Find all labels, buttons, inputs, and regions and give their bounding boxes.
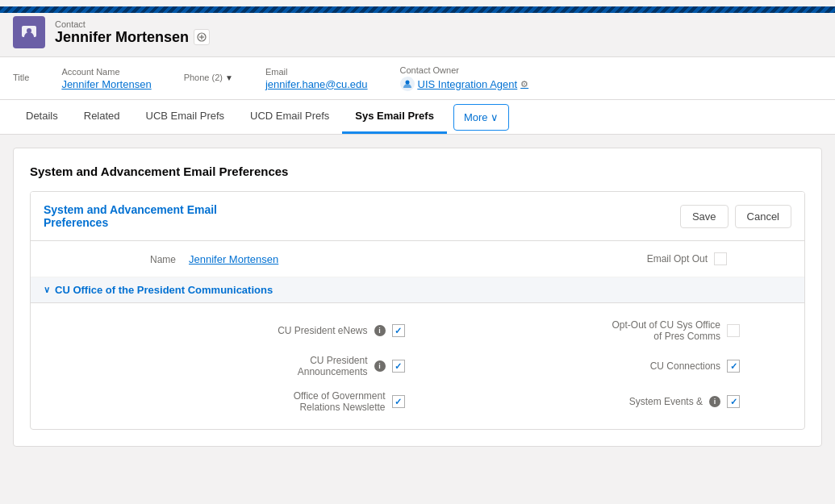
header-meta: Contact Jennifer Mortensen (55, 19, 210, 46)
field-item-right-1: Opt-Out of CU Sys Officeof Pres Comms (418, 319, 805, 342)
phone-field: Phone (2) ▼ (184, 73, 233, 84)
save-button[interactable]: Save (680, 205, 729, 228)
field-label-cu-president-enews: CU President eNews (278, 325, 367, 336)
name-row: Name Jennifer Mortensen Email Opt Out (31, 241, 804, 277)
fields-grid: CU President eNews i Opt-Out of CU Sys O… (31, 303, 804, 429)
field-item-right-2: CU Connections (418, 355, 805, 377)
checkbox-system-events[interactable] (727, 395, 740, 408)
collapse-label: CU Office of the President Communication… (55, 284, 273, 296)
account-field: Account Name Jennifer Mortensen (61, 67, 151, 90)
checkbox-cu-president-enews[interactable] (392, 324, 405, 337)
cancel-button[interactable]: Cancel (735, 205, 791, 228)
title-field: Title (13, 73, 29, 84)
email-opt-out-label: Email Opt Out (647, 253, 708, 264)
header-action-btn[interactable] (194, 29, 210, 45)
email-value[interactable]: jennifer.hane@cu.edu (265, 78, 368, 90)
checkbox-optout[interactable] (727, 324, 740, 337)
tab-related[interactable]: Related (71, 100, 133, 134)
field-item-left-1: CU President eNews i (31, 319, 418, 342)
checkbox-cu-president-ann[interactable] (392, 360, 405, 373)
owner-name[interactable]: UIS Integration Agent (418, 78, 518, 90)
email-field: Email jennifer.hane@cu.edu (265, 67, 368, 90)
owner-settings-icon: ⚙ (520, 79, 528, 90)
page-header: Contact Jennifer Mortensen (0, 6, 835, 57)
name-field-label: Name (150, 254, 176, 265)
svg-point-5 (405, 81, 409, 85)
inner-card: System and Advancement Email Preferences… (30, 191, 805, 430)
field-label-system-events: System Events & (629, 396, 703, 407)
title-label: Title (13, 73, 29, 82)
field-item-left-3: Office of GovernmentRelations Newslette (31, 390, 418, 413)
more-chevron-icon: ∨ (491, 111, 499, 123)
owner-field: Contact Owner UIS Integration Agent ⚙ (400, 65, 529, 91)
info-icon-ann[interactable]: i (374, 360, 386, 372)
owner-value-row: UIS Integration Agent ⚙ (400, 77, 529, 91)
contact-name: Jennifer Mortensen (55, 29, 189, 46)
tab-details[interactable]: Details (13, 100, 71, 134)
field-label-gov-relations: Office of GovernmentRelations Newslette (294, 390, 386, 413)
email-opt-out-checkbox[interactable] (714, 252, 727, 265)
account-label: Account Name (61, 67, 151, 77)
phone-dropdown-icon[interactable]: ▼ (225, 73, 233, 82)
owner-icon (400, 77, 415, 91)
tab-more-button[interactable]: More ∨ (453, 104, 509, 131)
checkbox-gov-relations[interactable] (392, 395, 405, 408)
owner-label: Contact Owner (400, 65, 529, 75)
info-icon-enews[interactable]: i (374, 325, 386, 336)
account-value[interactable]: Jennifer Mortensen (61, 78, 151, 90)
collapse-row[interactable]: ∨ CU Office of the President Communicati… (31, 277, 804, 303)
field-row-1: CU President eNews i Opt-Out of CU Sys O… (31, 313, 804, 348)
inner-card-header: System and Advancement Email Preferences… (31, 192, 804, 241)
name-field-value[interactable]: Jennifer Mortensen (189, 253, 278, 265)
email-label: Email (265, 67, 368, 77)
tabs-bar: Details Related UCB Email Prefs UCD Emai… (0, 100, 835, 135)
section-title: System and Advancement Email Preferences (30, 165, 805, 178)
inner-card-title: System and Advancement Email Preferences (44, 203, 253, 229)
field-label-cu-president-ann: CU PresidentAnnouncements (298, 355, 368, 377)
field-label-optout: Opt-Out of CU Sys Officeof Pres Comms (612, 319, 720, 342)
field-item-right-3: System Events & i (418, 390, 805, 413)
section-card: System and Advancement Email Preferences… (13, 148, 822, 447)
inner-card-actions: Save Cancel (680, 205, 791, 228)
tab-ucb-email[interactable]: UCB Email Prefs (133, 100, 238, 134)
email-opt-out-row: Email Opt Out (647, 252, 727, 265)
header-name-row: Jennifer Mortensen (55, 29, 210, 46)
tab-ucd-email[interactable]: UCD Email Prefs (237, 100, 342, 134)
phone-label: Phone (2) (184, 73, 223, 82)
info-bar: Title Account Name Jennifer Mortensen Ph… (0, 57, 835, 100)
checkbox-cu-connections[interactable] (727, 360, 740, 373)
contact-icon (13, 16, 45, 48)
header-label: Contact (55, 19, 210, 29)
info-icon-system-events[interactable]: i (709, 396, 720, 407)
collapse-chevron-icon: ∨ (44, 285, 50, 295)
field-item-left-2: CU PresidentAnnouncements i (31, 355, 418, 377)
field-row-2: CU PresidentAnnouncements i CU Connectio… (31, 348, 804, 384)
field-row-3: Office of GovernmentRelations Newslette … (31, 384, 804, 419)
more-label: More (464, 111, 488, 123)
tab-sys-email[interactable]: Sys Email Prefs (342, 100, 447, 134)
main-content: System and Advancement Email Preferences… (0, 135, 835, 460)
top-decoration (0, 6, 835, 13)
field-label-cu-connections: CU Connections (650, 360, 720, 372)
